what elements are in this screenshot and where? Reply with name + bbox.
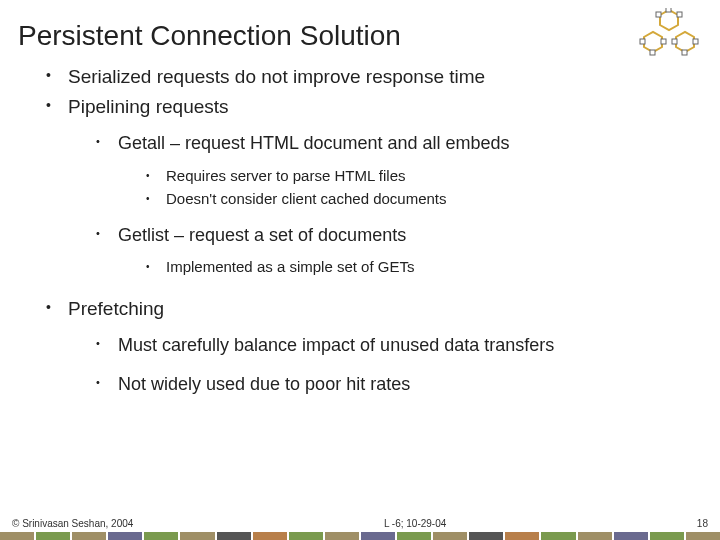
bullet-l3: Implemented as a simple set of GETs — [146, 257, 686, 277]
svg-rect-6 — [650, 50, 655, 55]
bullet-l2: Getlist – request a set of documents Imp… — [96, 223, 686, 278]
footer-lecture-id: L -6; 10-29-04 — [384, 518, 446, 529]
bullet-l2: Must carefully balance impact of unused … — [96, 333, 686, 357]
bullet-text: Prefetching — [68, 298, 164, 319]
bullet-l1: Serialized requests do not improve respo… — [46, 64, 686, 90]
svg-rect-1 — [666, 8, 671, 12]
svg-rect-10 — [682, 50, 687, 55]
slide-title: Persistent Connection Solution — [0, 0, 720, 64]
footer-copyright: © Srinivasan Seshan, 2004 — [12, 518, 133, 529]
svg-rect-9 — [672, 39, 677, 44]
bullet-l3: Requires server to parse HTML files — [146, 166, 686, 186]
slide-body: Serialized requests do not improve respo… — [0, 64, 720, 396]
bullet-l2: Getall – request HTML document and all e… — [96, 131, 686, 209]
svg-rect-2 — [656, 12, 661, 17]
svg-marker-8 — [676, 32, 694, 52]
svg-marker-4 — [644, 32, 662, 52]
svg-rect-5 — [640, 39, 645, 44]
bullet-text: Pipelining requests — [68, 96, 229, 117]
bullet-l2: Not widely used due to poor hit rates — [96, 372, 686, 396]
svg-marker-0 — [660, 10, 678, 30]
footer-page-number: 18 — [697, 518, 708, 529]
svg-rect-7 — [661, 39, 666, 44]
bullet-l3: Doesn't consider client cached documents — [146, 189, 686, 209]
footer-color-bar — [0, 532, 720, 540]
bullet-l1: Pipelining requests Getall – request HTM… — [46, 94, 686, 278]
svg-rect-11 — [693, 39, 698, 44]
bullet-text: Getlist – request a set of documents — [118, 225, 406, 245]
slide-footer: © Srinivasan Seshan, 2004 L -6; 10-29-04… — [0, 518, 720, 540]
logo-graphic — [636, 8, 702, 58]
bullet-text: Getall – request HTML document and all e… — [118, 133, 510, 153]
bullet-l1: Prefetching Must carefully balance impac… — [46, 296, 686, 396]
svg-rect-3 — [677, 12, 682, 17]
